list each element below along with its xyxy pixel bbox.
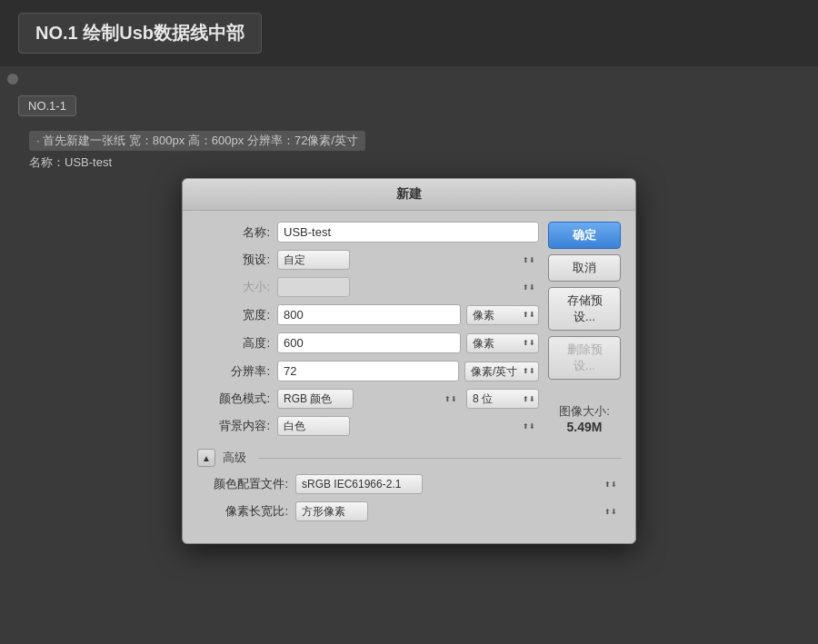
background-label: 背景内容: [197, 418, 270, 434]
preset-label: 预设: [197, 252, 270, 268]
page-title: NO.1 绘制Usb数据线中部 [18, 13, 262, 54]
background-select-wrapper: 白色 [277, 416, 539, 436]
width-row: 宽度: 像素 [197, 304, 539, 325]
width-input-group: 像素 [277, 304, 539, 325]
section-label: NO.1-1 [18, 95, 76, 116]
dialog-container: 新建 名称: 预设: 自定 [18, 178, 800, 544]
width-unit-select[interactable]: 像素 [466, 305, 539, 325]
color-mode-select-wrapper: RGB 颜色 [277, 389, 461, 409]
dialog-buttons: 确定 取消 存储预设... 删除预设... 图像大小: 5.49M [539, 222, 621, 443]
size-select[interactable] [277, 277, 350, 297]
section-dot [7, 74, 18, 84]
width-input[interactable] [277, 304, 461, 325]
name-line: 名称：USB-test [29, 154, 800, 171]
resolution-input[interactable] [277, 361, 459, 381]
height-label: 高度: [197, 335, 270, 352]
color-mode-row: 颜色模式: RGB 颜色 8 位 [197, 389, 539, 409]
height-unit-wrapper: 像素 [466, 333, 539, 353]
color-mode-select[interactable]: RGB 颜色 [277, 389, 354, 409]
color-mode-label: 颜色模式: [197, 391, 270, 407]
advanced-label: 高级 [223, 450, 246, 466]
color-depth-wrapper: 8 位 [466, 389, 539, 409]
advanced-section: ▲ 高级 颜色配置文件: sRGB IEC61966-2.1 像素长宽比: [183, 449, 635, 521]
name-row: 名称: [197, 222, 539, 243]
width-label: 宽度: [197, 307, 270, 323]
height-input[interactable] [277, 332, 461, 353]
color-profile-select-wrapper: sRGB IEC61966-2.1 [295, 474, 621, 494]
pixel-ratio-label: 像素长宽比: [197, 503, 288, 520]
size-row: 大小: [197, 277, 539, 297]
name-label: 名称: [197, 224, 270, 241]
instruction-text: · 首先新建一张纸 宽：800px 高：600px 分辨率：72像素/英寸 [29, 131, 365, 151]
size-label: 大小: [197, 279, 270, 295]
height-unit-select[interactable]: 像素 [466, 333, 539, 353]
image-size-label: 图像大小: [548, 403, 621, 420]
width-unit-wrapper: 像素 [466, 305, 539, 325]
pixel-ratio-select[interactable]: 方形像素 [295, 501, 368, 521]
color-depth-select[interactable]: 8 位 [466, 389, 539, 409]
advanced-header: ▲ 高级 [197, 449, 621, 467]
content-area: NO.1-1 · 首先新建一张纸 宽：800px 高：600px 分辨率：72像… [0, 88, 818, 551]
resolution-unit-select[interactable]: 像素/英寸 [464, 362, 539, 381]
height-input-group: 像素 [277, 332, 539, 353]
preset-select[interactable]: 自定 [277, 250, 350, 270]
pixel-ratio-row: 像素长宽比: 方形像素 [197, 501, 621, 521]
color-profile-label: 颜色配置文件: [197, 476, 288, 492]
preset-select-wrapper: 自定 [277, 250, 539, 270]
background-select[interactable]: 白色 [277, 416, 350, 436]
cancel-button[interactable]: 取消 [548, 254, 621, 282]
resolution-input-group: 像素/英寸 [277, 361, 539, 381]
color-profile-row: 颜色配置文件: sRGB IEC61966-2.1 [197, 474, 621, 494]
resolution-row: 分辨率: 像素/英寸 [197, 361, 539, 381]
delete-preset-button[interactable]: 删除预设... [548, 336, 621, 380]
new-document-dialog: 新建 名称: 预设: 自定 [182, 178, 636, 544]
background-row: 背景内容: 白色 [197, 416, 539, 436]
pixel-ratio-select-wrapper: 方形像素 [295, 501, 621, 521]
color-mode-group: RGB 颜色 8 位 [277, 389, 539, 409]
advanced-toggle-button[interactable]: ▲ [197, 449, 215, 467]
dialog-body: 名称: 预设: 自定 大小: [183, 211, 635, 443]
image-size-area: 图像大小: 5.49M [548, 403, 621, 434]
color-profile-select[interactable]: sRGB IEC61966-2.1 [295, 474, 423, 494]
save-preset-button[interactable]: 存储预设... [548, 287, 621, 331]
preset-row: 预设: 自定 [197, 250, 539, 270]
dialog-form: 名称: 预设: 自定 大小: [197, 222, 539, 443]
resolution-label: 分辨率: [197, 363, 270, 380]
size-select-wrapper [277, 277, 539, 297]
confirm-button[interactable]: 确定 [548, 222, 621, 249]
resolution-unit-wrapper: 像素/英寸 [464, 362, 539, 381]
image-size-value: 5.49M [548, 420, 621, 434]
dialog-title: 新建 [183, 179, 635, 211]
advanced-divider [259, 458, 621, 459]
height-row: 高度: 像素 [197, 332, 539, 353]
top-header: NO.1 绘制Usb数据线中部 [0, 0, 818, 66]
instruction-line: · 首先新建一张纸 宽：800px 高：600px 分辨率：72像素/英寸 [29, 131, 800, 151]
name-input[interactable] [277, 222, 539, 243]
